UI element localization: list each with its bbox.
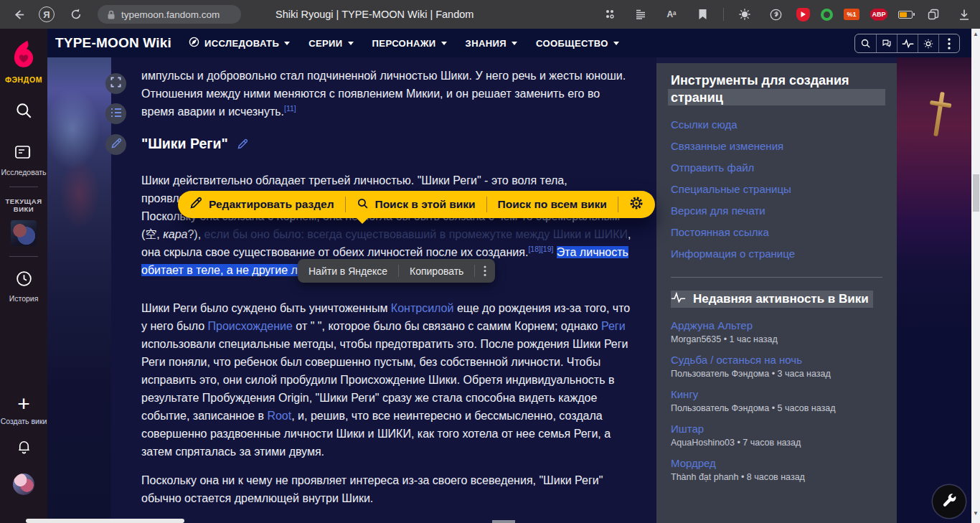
create-wiki-label[interactable]: Создать вики	[1, 417, 47, 425]
nav-characters[interactable]: ПЕРСОНАЖИ	[372, 38, 447, 49]
toolbar-settings-button[interactable]	[629, 196, 644, 213]
nav-label: ИССЛЕДОВАТЬ	[204, 38, 279, 49]
edit-section-button[interactable]: Редактировать раздел	[189, 197, 334, 212]
cashback-icon[interactable]: %1	[844, 9, 859, 20]
cross-artwork	[925, 90, 953, 138]
activity-link[interactable]: Арджуна Альтер	[671, 319, 882, 331]
activity-link[interactable]: Кингу	[671, 388, 882, 400]
tools-link-printable[interactable]: Версия для печати	[671, 204, 882, 217]
fandom-logo[interactable]	[9, 39, 39, 72]
search-all-wikis-button[interactable]: Поиск по всем вики	[498, 198, 607, 211]
nav-explore[interactable]: ИССЛЕДОВАТЬ	[189, 37, 290, 50]
tools-link-pageinfo[interactable]: Информация о странице	[671, 248, 882, 260]
tools-link-relatedchanges[interactable]: Связанные изменения	[671, 140, 882, 152]
activity-meta: AquaHoshino03 • 7 часов назад	[671, 438, 882, 448]
citation-ref[interactable]: [18]	[528, 245, 541, 253]
citation-ref[interactable]: [19]	[541, 245, 554, 253]
recent-activity-list: Арджуна Альтер Morgan5635 • 1 час назад …	[671, 319, 882, 482]
nav-series[interactable]: СЕРИИ	[308, 38, 353, 49]
horizontal-scrollbar-segment[interactable]	[492, 520, 515, 523]
downloads-icon[interactable]	[954, 4, 974, 24]
header-search-icon[interactable]	[855, 34, 876, 52]
back-icon[interactable]	[9, 4, 29, 24]
wiki-avatar[interactable]	[11, 220, 37, 246]
horizontal-scrollbar-thumb[interactable]	[26, 519, 184, 523]
quick-settings-button[interactable]	[933, 485, 966, 518]
more-options-icon[interactable]	[475, 265, 495, 276]
browser-toolbar: Я typemoon.fandom.com Shiki Ryougi | TYP…	[0, 0, 980, 29]
wiki-navbar: TYPE-MOON Wiki ИССЛЕДОВАТЬ СЕРИИ ПЕРСОНА…	[47, 29, 980, 57]
wiki-link[interactable]: Root	[267, 410, 291, 422]
activity-meta: Thành đạt phanh • 8 часов назад	[671, 472, 882, 482]
contents-button[interactable]	[105, 103, 126, 124]
expand-view-button[interactable]	[105, 73, 126, 94]
scroll-up-arrow[interactable]: ▲	[973, 32, 979, 37]
wrench-icon	[941, 492, 957, 511]
wiki-logo[interactable]: TYPE-MOON Wiki	[55, 35, 171, 51]
video-play-icon[interactable]	[796, 8, 810, 22]
nav-lore[interactable]: ЗНАНИЯ	[466, 38, 517, 49]
tools-link-permalink[interactable]: Постоянная ссылка	[671, 226, 882, 238]
wiki-link[interactable]: Контрсилой	[391, 302, 454, 314]
chevron-down-icon	[348, 42, 354, 45]
activity-link[interactable]: Судьба / останься на ночь	[671, 354, 882, 366]
wiki-link[interactable]: Происхождение	[208, 320, 293, 332]
nav-community[interactable]: СООБЩЕСТВО	[536, 38, 619, 49]
kebab-icon[interactable]	[938, 34, 959, 52]
dark-mode-icon[interactable]	[735, 4, 755, 24]
edit-section-icon[interactable]	[237, 138, 248, 150]
address-bar[interactable]: typemoon.fandom.com	[98, 5, 241, 24]
tools-link-whatlinkshere[interactable]: Ссылки сюда	[671, 118, 882, 131]
yandex-logo[interactable]: Я	[39, 6, 55, 22]
battery-icon[interactable]	[898, 11, 913, 19]
theme-icon[interactable]	[918, 34, 938, 52]
search-this-wiki-button[interactable]: Поиск в этой вики	[357, 197, 476, 212]
pencil-icon	[189, 197, 202, 212]
tools-link-specialpages[interactable]: Специальные страницы	[671, 183, 882, 195]
search-icon[interactable]	[14, 101, 33, 123]
chevron-down-icon	[512, 42, 517, 45]
refresh-icon[interactable]	[66, 4, 86, 24]
user-avatar[interactable]	[13, 473, 34, 495]
tools-link-upload[interactable]: Отправить файл	[671, 161, 882, 174]
reader-mode-icon[interactable]	[631, 4, 651, 24]
bell-icon[interactable]	[16, 438, 32, 458]
section-heading: "Шики Реги"	[141, 136, 631, 152]
url-text: typemoon.fandom.com	[121, 9, 220, 20]
adblock-icon[interactable]: ABP	[870, 9, 887, 21]
copy-button[interactable]: Копировать	[399, 265, 474, 277]
nav-label: СООБЩЕСТВО	[536, 38, 608, 49]
activity-link[interactable]: Иштар	[671, 423, 882, 435]
history-icon[interactable]	[15, 270, 33, 291]
scroll-down-arrow[interactable]: ▼	[973, 511, 979, 517]
text-segment: импульсы и добровольно стал подчиненной …	[141, 70, 626, 118]
explore-icon[interactable]	[14, 144, 34, 164]
text-segment: ?),	[187, 228, 204, 240]
recent-activity-heading-text: Недавняя активность в Вики	[693, 292, 869, 306]
history-label[interactable]: История	[9, 294, 39, 303]
fandom-brand-label: ФЭНДОМ	[5, 75, 42, 84]
discussions-icon[interactable]	[876, 34, 897, 52]
vertical-scrollbar[interactable]: ▲ ▼	[971, 29, 980, 523]
activity-meta: Пользователь Фэндома • 3 часа назад	[671, 369, 882, 379]
wiki-link[interactable]: Реги	[601, 320, 626, 332]
find-in-yandex-button[interactable]: Найти в Яндексе	[298, 265, 398, 277]
ring-extension-icon[interactable]	[821, 9, 833, 21]
recent-activity-heading: Недавняя активность в Вики	[671, 291, 873, 308]
ideas-icon[interactable]	[765, 4, 786, 24]
notes-icon[interactable]	[923, 4, 943, 24]
translate-icon[interactable]: Aᵃ	[661, 4, 682, 24]
activity-item: Кингу Пользователь Фэндома • 5 часов наз…	[671, 388, 882, 413]
search-icon	[357, 197, 369, 212]
bookmark-icon[interactable]	[692, 4, 712, 24]
chevron-down-icon	[441, 42, 447, 45]
edit-article-button[interactable]	[105, 134, 126, 155]
explore-label[interactable]: Исследовать	[1, 168, 46, 176]
edit-section-label: Редактировать раздел	[209, 198, 334, 211]
activity-icon[interactable]	[897, 34, 918, 52]
activity-link[interactable]: Мордред	[671, 457, 882, 469]
plus-icon[interactable]: +	[17, 395, 30, 413]
citation-ref[interactable]: [11]	[284, 104, 296, 113]
scrollbar-thumb[interactable]	[973, 174, 979, 212]
tab-groups-icon[interactable]	[600, 4, 620, 24]
